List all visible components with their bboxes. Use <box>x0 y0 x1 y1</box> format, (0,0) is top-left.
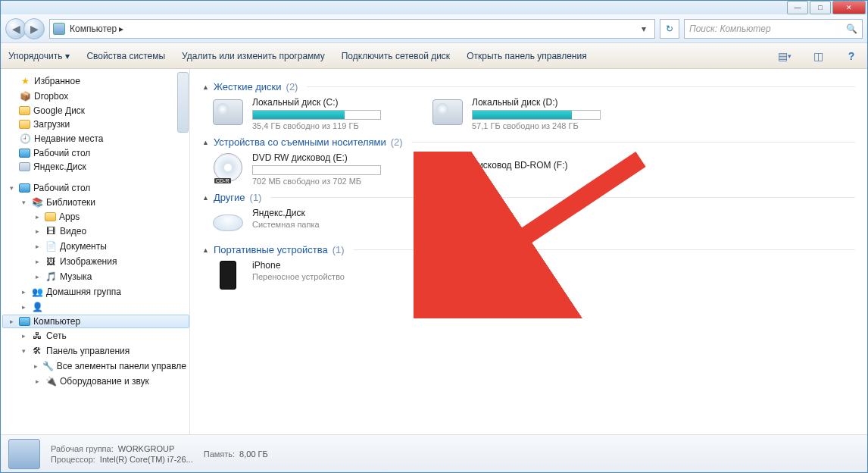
phone-icon <box>220 261 236 290</box>
favorites-node[interactable]: ★Избранное <box>2 74 189 89</box>
control-panel-icon: 🛠 <box>31 345 43 357</box>
desktop-icon <box>19 183 30 193</box>
forward-button[interactable]: ▶ <box>23 18 45 39</box>
hardware-icon: 🔌 <box>45 375 57 387</box>
sidebar-item-hardware[interactable]: ▸🔌Оборудование и звук <box>2 374 189 389</box>
disk-icon <box>19 162 30 171</box>
documents-icon: 📄 <box>45 240 57 252</box>
libraries-node[interactable]: ▾📚Библиотеки <box>2 195 189 210</box>
search-icon: 🔍 <box>846 23 857 34</box>
drive-d[interactable]: Локальный диск (D:) 57,1 ГБ свободно из … <box>431 97 628 130</box>
group-hard-drives[interactable]: ▲ Жесткие диски (2) <box>202 81 855 92</box>
libraries-icon: 📚 <box>31 196 43 208</box>
music-icon: 🎵 <box>45 271 57 283</box>
search-input[interactable]: Поиск: Компьютер 🔍 <box>684 19 863 39</box>
homegroup-node[interactable]: ▸👥Домашняя группа <box>2 284 189 299</box>
refresh-button[interactable]: ↻ <box>660 19 679 39</box>
map-network-drive[interactable]: Подключить сетевой диск <box>342 51 450 61</box>
pictures-icon: 🖼 <box>45 255 57 268</box>
titlebar: — □ ✕ <box>1 1 867 14</box>
help-icon[interactable]: ? <box>843 49 860 63</box>
bd-icon <box>433 155 462 180</box>
collapse-icon: ▲ <box>202 139 209 146</box>
maximize-button[interactable]: □ <box>810 1 831 14</box>
star-icon: ★ <box>19 75 31 87</box>
homegroup-icon: 👥 <box>31 286 43 298</box>
computer-large-icon <box>8 439 40 469</box>
navigation-pane: ★Избранное 📦Dropbox Google Диск Загрузки… <box>1 69 190 434</box>
content-pane: ▲ Жесткие диски (2) Локальный диск (C:) … <box>190 69 867 434</box>
folder-icon <box>45 212 56 221</box>
group-removable[interactable]: ▲ Устройства со съемными носителями (2) <box>202 136 855 148</box>
user-icon: 👤 <box>31 301 43 313</box>
hdd-icon <box>213 99 243 125</box>
cp-all-icon: 🔧 <box>42 360 54 372</box>
address-dropdown[interactable]: ▾ <box>636 23 651 34</box>
explorer-window: — □ ✕ ◀ ▶ Компьютер ▸ ▾ ↻ Поиск: Компьют… <box>0 0 868 473</box>
sidebar-item-apps[interactable]: ▸Apps <box>2 210 189 224</box>
sidebar-item-pictures[interactable]: ▸🖼Изображения <box>2 254 189 269</box>
view-options-icon[interactable]: ▤▾ <box>776 49 793 63</box>
desktop-icon <box>19 149 30 158</box>
close-button[interactable]: ✕ <box>832 1 866 14</box>
sidebar-item-yandex-disk[interactable]: Яндекс.Диск <box>2 160 189 174</box>
breadcrumb[interactable]: Компьютер ▸ <box>70 23 123 34</box>
sidebar-item-recent[interactable]: 🕘Недавние места <box>2 131 189 146</box>
group-portable[interactable]: ▲ Портативные устройства (1) <box>202 244 855 255</box>
computer-node[interactable]: ▸Компьютер <box>2 315 189 328</box>
sidebar-item-downloads[interactable]: Загрузки <box>2 117 189 131</box>
folder-icon <box>19 120 30 129</box>
open-control-panel[interactable]: Открыть панель управления <box>467 51 587 61</box>
search-placeholder: Поиск: Компьютер <box>689 23 771 34</box>
system-properties[interactable]: Свойства системы <box>86 51 165 61</box>
desktop-node[interactable]: ▾Рабочий стол <box>2 181 189 195</box>
user-node[interactable]: ▸👤 <box>2 299 189 315</box>
group-other[interactable]: ▲ Другие (1) <box>202 192 855 203</box>
computer-icon <box>19 317 30 326</box>
drive-f[interactable]: Дисковод BD-ROM (F:) <box>431 152 628 186</box>
recent-icon: 🕘 <box>19 133 31 145</box>
organize-menu[interactable]: Упорядочить▾ <box>8 51 70 61</box>
computer-icon <box>53 23 65 35</box>
capacity-bar <box>252 165 381 175</box>
yandex-disk-icon <box>213 215 243 231</box>
sidebar-item-google-drive[interactable]: Google Диск <box>2 104 189 117</box>
hdd-icon <box>432 99 463 125</box>
item-yandex-disk[interactable]: Яндекс.Диск Системная папка <box>211 208 408 238</box>
sidebar-item-video[interactable]: ▸🎞Видео <box>2 224 189 239</box>
capacity-bar <box>472 110 601 120</box>
uninstall-program[interactable]: Удалить или изменить программу <box>182 51 325 61</box>
details-pane: Рабочая группа:WORKGROUP Процессор:Intel… <box>1 434 867 472</box>
toolbar: Упорядочить▾ Свойства системы Удалить ил… <box>1 43 867 69</box>
drive-c[interactable]: Локальный диск (C:) 35,4 ГБ свободно из … <box>211 97 408 130</box>
collapse-icon: ▲ <box>202 246 209 254</box>
address-bar[interactable]: Компьютер ▸ ▾ <box>49 19 655 39</box>
sidebar-item-all-cp[interactable]: ▸🔧Все элементы панели управле <box>2 359 189 374</box>
collapse-icon: ▲ <box>202 194 209 202</box>
sidebar-item-desktop-fav[interactable]: Рабочий стол <box>2 146 189 160</box>
network-node[interactable]: ▸🖧Сеть <box>2 328 189 343</box>
item-iphone[interactable]: iPhone Переносное устройство <box>211 260 408 290</box>
navbar: ◀ ▶ Компьютер ▸ ▾ ↻ Поиск: Компьютер 🔍 <box>1 14 867 43</box>
network-icon: 🖧 <box>31 330 43 342</box>
sidebar-item-documents[interactable]: ▸📄Документы <box>2 239 189 254</box>
collapse-icon: ▲ <box>202 83 209 91</box>
sidebar-item-music[interactable]: ▸🎵Музыка <box>2 269 189 284</box>
cd-icon <box>214 153 242 182</box>
dropbox-icon: 📦 <box>19 90 31 102</box>
folder-icon <box>19 106 30 115</box>
video-icon: 🎞 <box>45 225 57 237</box>
control-panel-node[interactable]: ▾🛠Панель управления <box>2 343 189 359</box>
sidebar-item-dropbox[interactable]: 📦Dropbox <box>2 89 189 104</box>
capacity-bar <box>252 110 381 120</box>
minimize-button[interactable]: — <box>787 1 808 14</box>
scrollbar-thumb[interactable] <box>177 72 189 133</box>
drive-e[interactable]: DVD RW дисковод (E:) 702 МБ свободно из … <box>211 152 408 186</box>
preview-pane-icon[interactable]: ◫ <box>810 49 826 63</box>
